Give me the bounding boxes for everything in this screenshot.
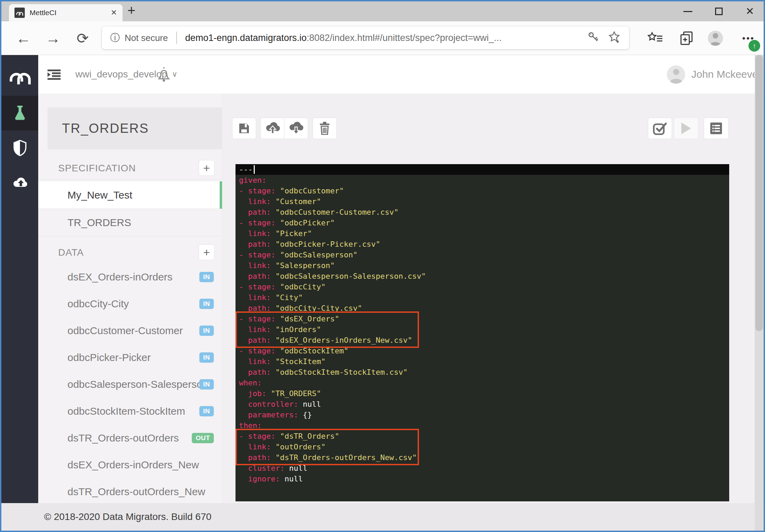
code-line: given: bbox=[235, 175, 729, 185]
code-line: job: "TR_ORDERS" bbox=[235, 388, 729, 399]
user-menu[interactable]: John Mckeever bbox=[667, 55, 761, 94]
code-segment: "odbcSalesperson-Salesperson.csv" bbox=[275, 272, 426, 280]
code-segment: - stage: bbox=[239, 251, 280, 259]
browser-menu-button[interactable]: ••• ↑ bbox=[739, 21, 758, 55]
password-key-icon[interactable] bbox=[588, 31, 599, 44]
yaml-spec-editor[interactable]: ---given:- stage: "odbcCustomer" link: "… bbox=[235, 164, 729, 501]
sidebar-collapse-button[interactable] bbox=[48, 70, 61, 81]
code-segment: link: bbox=[239, 325, 275, 334]
code-segment: - stage: bbox=[239, 315, 280, 323]
update-available-badge: ↑ bbox=[748, 39, 761, 52]
code-segment: when: bbox=[239, 379, 262, 387]
address-bar[interactable]: ⓘ Not secure demo1-engn.datamigrators.io… bbox=[102, 26, 629, 49]
maximize-button[interactable] bbox=[711, 1, 726, 21]
list-item[interactable]: odbcCustomer-CustomerIN bbox=[38, 317, 222, 344]
info-icon[interactable]: ⓘ bbox=[110, 31, 120, 44]
download-button[interactable] bbox=[284, 118, 308, 139]
code-line: - stage: "dsTR_Orders" bbox=[235, 431, 729, 441]
rail-item-unit-test[interactable] bbox=[1, 96, 38, 130]
add-favorite-star-icon[interactable] bbox=[608, 31, 621, 45]
trash-icon bbox=[319, 122, 330, 135]
back-button[interactable]: ← bbox=[14, 21, 33, 55]
rail-item-compliance[interactable] bbox=[1, 130, 38, 165]
list-item-label: dsEX_Orders-inOrders_New bbox=[67, 459, 199, 471]
forward-button[interactable]: → bbox=[43, 21, 63, 55]
list-item[interactable]: odbcPicker-PickerIN bbox=[38, 344, 222, 371]
code-segment: "odbcCustomer" bbox=[280, 187, 344, 195]
notifications-bell-button[interactable] bbox=[156, 66, 171, 84]
code-line: - stage: "odbcStockItem" bbox=[235, 345, 729, 356]
window-controls: ✕ bbox=[664, 1, 757, 21]
copyright-text: © 2018-2020 Data Migrators. Build 670 bbox=[44, 511, 211, 522]
code-segment: "odbcStockItem-StockItem.csv" bbox=[275, 368, 408, 376]
mettleci-logo[interactable] bbox=[1, 55, 38, 96]
shield-icon bbox=[13, 140, 27, 156]
minimize-button[interactable] bbox=[680, 1, 695, 21]
scrollbar-thumb[interactable] bbox=[755, 55, 763, 331]
code-segment: link: bbox=[239, 357, 275, 366]
section-label: SPECIFICATION bbox=[58, 163, 136, 174]
section-header-data: DATA + bbox=[38, 242, 222, 264]
code-segment: "odbcPicker-Picker.csv" bbox=[275, 240, 380, 248]
code-segment: path: bbox=[239, 368, 275, 376]
url-path: :8082/index.html#/unittest/spec?project=… bbox=[306, 33, 502, 43]
new-tab-button[interactable]: + bbox=[127, 3, 135, 18]
code-line: path: "dsTR_Orders-outOrders_New.csv" bbox=[235, 452, 729, 463]
code-segment: link: bbox=[239, 261, 275, 270]
list-item[interactable]: My_New_Test bbox=[38, 181, 222, 209]
code-segment: {} bbox=[303, 411, 312, 419]
code-segment: job: bbox=[239, 389, 271, 398]
add-specification-button[interactable]: + bbox=[199, 160, 214, 176]
io-badge: IN bbox=[199, 326, 214, 336]
url-text[interactable]: demo1-engn.datamigrators.io:8082/index.h… bbox=[185, 33, 579, 43]
favorites-bar-icon[interactable] bbox=[646, 21, 665, 55]
validate-button[interactable] bbox=[648, 118, 672, 139]
list-item[interactable]: dsTR_Orders-outOrdersOUT bbox=[38, 425, 222, 451]
code-segment: "inOrders" bbox=[275, 325, 321, 334]
tab-title: MettleCI bbox=[30, 9, 111, 17]
save-button[interactable] bbox=[232, 118, 256, 139]
list-item[interactable]: odbcStockItem-StockItemIN bbox=[38, 398, 222, 425]
report-button[interactable] bbox=[704, 118, 729, 139]
browser-profile-avatar[interactable] bbox=[706, 21, 725, 55]
add-data-button[interactable]: + bbox=[199, 244, 214, 260]
project-selector-label: wwi_devops_develop bbox=[75, 69, 167, 80]
data-list: dsEX_Orders-inOrdersINodbcCity-CityINodb… bbox=[38, 264, 222, 503]
code-line: path: "odbcCustomer-Customer.csv" bbox=[235, 207, 729, 217]
browser-tab[interactable]: MettleCI ✕ bbox=[9, 4, 123, 21]
code-line: --- bbox=[235, 164, 729, 175]
code-segment: "outOrders" bbox=[275, 443, 326, 451]
code-segment: ignore: bbox=[239, 475, 284, 483]
close-button[interactable]: ✕ bbox=[742, 1, 757, 21]
code-line: path: "odbcStockItem-StockItem.csv" bbox=[235, 367, 729, 377]
url-host: demo1-engn.datamigrators.io bbox=[185, 33, 307, 43]
list-item[interactable]: dsTR_Orders-outOrders_New bbox=[38, 478, 222, 503]
code-line: link: "City" bbox=[235, 292, 729, 303]
list-item[interactable]: odbcCity-CityIN bbox=[38, 290, 222, 317]
run-button[interactable] bbox=[674, 118, 698, 139]
code-segment: - stage: bbox=[239, 347, 280, 355]
code-line: - stage: "odbcPicker" bbox=[235, 217, 729, 228]
code-segment: cluster: bbox=[239, 464, 289, 472]
code-line: controller: null bbox=[235, 399, 729, 409]
list-item[interactable]: dsEX_Orders-inOrders_New bbox=[38, 451, 222, 478]
code-segment: "dsTR_Orders-outOrders_New.csv" bbox=[275, 453, 417, 462]
list-item[interactable]: TR_ORDERS bbox=[38, 209, 222, 236]
list-item[interactable]: odbcSalesperson-SalespersonIN bbox=[38, 371, 222, 398]
page-scrollbar[interactable] bbox=[755, 55, 764, 531]
list-item[interactable]: dsEX_Orders-inOrdersIN bbox=[38, 264, 222, 290]
list-item-label: odbcCity-City bbox=[67, 298, 129, 310]
section-label: DATA bbox=[58, 247, 84, 258]
io-badge: IN bbox=[199, 379, 214, 390]
code-segment: path: bbox=[239, 272, 275, 280]
list-item-label: TR_ORDERS bbox=[67, 217, 131, 228]
tab-close-icon[interactable]: ✕ bbox=[111, 8, 117, 17]
reload-button[interactable]: ⟳ bbox=[73, 21, 92, 55]
collections-icon[interactable] bbox=[677, 21, 696, 55]
upload-button[interactable] bbox=[260, 118, 284, 139]
cloud-upload-icon bbox=[12, 177, 28, 189]
rail-item-deploy[interactable] bbox=[1, 165, 38, 200]
browser-titlebar: MettleCI ✕ + ✕ bbox=[1, 1, 764, 21]
code-segment: - stage: bbox=[239, 283, 280, 291]
delete-button[interactable] bbox=[313, 118, 337, 139]
